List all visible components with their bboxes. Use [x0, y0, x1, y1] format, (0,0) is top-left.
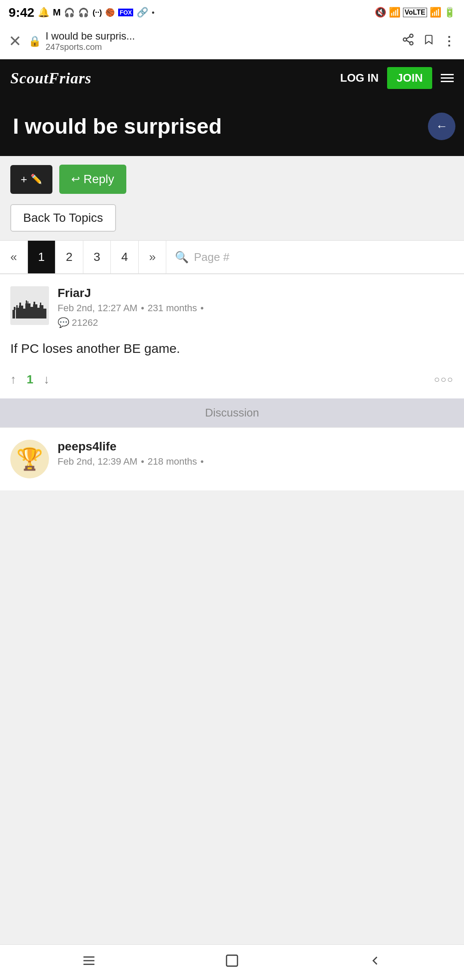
post-2-date: Feb 2nd, 12:39 AM [58, 456, 137, 467]
last-page-button[interactable]: » [139, 241, 167, 273]
site-logo: ScoutFriars [10, 69, 92, 87]
svg-rect-20 [40, 305, 43, 318]
svg-rect-9 [16, 305, 18, 308]
share-icon[interactable] [402, 33, 415, 49]
hamburger-line [441, 81, 454, 82]
relay-icon: (··) [92, 8, 102, 17]
post-2: 🏆 peeps4life Feb 2nd, 12:39 AM • 218 mon… [0, 427, 464, 490]
svg-rect-6 [12, 310, 15, 318]
post-1-meta: FriarJ Feb 2nd, 12:27 AM • 231 months • … [58, 286, 454, 328]
svg-rect-10 [19, 306, 23, 318]
page-2-button[interactable]: 2 [55, 241, 83, 273]
new-post-button[interactable]: + ✏️ [10, 165, 52, 194]
friarj-avatar [10, 286, 49, 325]
downvote-button[interactable]: ↓ [44, 373, 50, 386]
post-2-dot2: • [201, 456, 204, 467]
thread-banner: I would be surprised [0, 97, 464, 156]
vote-count: 1 [27, 373, 34, 386]
browser-actions: ⋮ [402, 33, 455, 49]
status-bar: 9:42 🔔 M 🎧 🎧 (··) 🏀 FOX 🔗 • 🔇 📶 VoLTE 📶 … [0, 0, 464, 23]
signal-icon: 📶 [430, 7, 441, 18]
post-2-dot1: • [141, 456, 144, 467]
back-to-topics-button[interactable]: Back To Topics [10, 204, 116, 232]
post-1-date: Feb 2nd, 12:27 AM [58, 303, 137, 314]
plus-icon: + [21, 173, 27, 186]
bookmark-icon[interactable] [423, 33, 434, 49]
first-page-button[interactable]: « [0, 241, 28, 273]
more-options-icon[interactable]: ⋮ [443, 34, 455, 48]
svg-rect-17 [33, 304, 37, 318]
svg-rect-8 [16, 308, 19, 318]
headphones-icon: 🎧 [64, 7, 75, 18]
post-1: FriarJ Feb 2nd, 12:27 AM • 231 months • … [0, 274, 464, 398]
status-left: 9:42 🔔 M 🎧 🎧 (··) 🏀 FOX 🔗 • [9, 5, 154, 20]
svg-rect-21 [40, 303, 41, 305]
browser-url-text: I would be surpris... 247sports.com [46, 30, 135, 52]
post-2-username: peeps4life [58, 440, 454, 453]
headphones2-icon: 🎧 [78, 7, 89, 18]
browser-close-button[interactable]: ✕ [9, 32, 21, 50]
reply-arrow-icon: ↩ [71, 173, 80, 185]
hamburger-line [441, 74, 454, 75]
nav-actions: LOG IN JOIN [340, 67, 454, 89]
banner-container: I would be surprised ← [0, 97, 464, 156]
back-button[interactable]: ← [428, 113, 455, 140]
back-to-topics-label: Back To Topics [23, 211, 103, 224]
pagination: « 1 2 3 4 » 🔍 Page # [0, 240, 464, 274]
post-more-options-button[interactable]: ○○○ [434, 374, 454, 385]
double-right-chevron-icon: » [149, 250, 156, 264]
svg-rect-16 [30, 307, 34, 318]
double-left-chevron-icon: « [10, 250, 17, 264]
thread-banner-section: I would be surprised ← [0, 97, 464, 156]
svg-point-1 [403, 38, 407, 41]
discussion-divider: Discussion [0, 398, 464, 427]
browser-url-area: 🔒 I would be surpris... 247sports.com [28, 30, 395, 52]
dot-icon: • [152, 8, 154, 17]
thread-title: I would be surprised [13, 114, 451, 139]
page-1-button[interactable]: 1 [28, 241, 56, 273]
page-2-label: 2 [66, 250, 73, 263]
browser-bar: ✕ 🔒 I would be surpris... 247sports.com … [0, 23, 464, 59]
notification-icon: 🔔 [38, 7, 49, 18]
svg-rect-19 [37, 308, 40, 318]
upvote-button[interactable]: ↑ [10, 373, 16, 386]
join-button[interactable]: JOIN [387, 67, 432, 89]
hamburger-menu-button[interactable] [441, 74, 454, 82]
post-1-comment-count: 💬 21262 [58, 317, 454, 328]
svg-line-4 [406, 37, 410, 39]
back-topics-row: Back To Topics [0, 202, 464, 240]
hamburger-line [441, 77, 454, 79]
post-1-header: FriarJ Feb 2nd, 12:27 AM • 231 months • … [10, 286, 454, 328]
svg-rect-12 [23, 309, 26, 318]
page-4-button[interactable]: 4 [111, 241, 139, 273]
peeps-figure-icon: 🏆 [16, 448, 43, 470]
browser-domain: 247sports.com [46, 42, 135, 52]
svg-rect-13 [25, 303, 31, 318]
search-icon: 🔍 [175, 251, 189, 264]
page-search-area[interactable]: 🔍 Page # [166, 251, 464, 264]
fox-sports-icon: FOX [118, 9, 133, 16]
svg-rect-22 [43, 309, 46, 318]
post-2-months: 218 months [148, 456, 197, 467]
link-icon: 🔗 [137, 7, 148, 18]
svg-rect-11 [19, 303, 21, 306]
mute-icon: 🔇 [375, 7, 386, 18]
back-arrow-icon: ← [436, 119, 448, 133]
status-time: 9:42 [9, 5, 34, 20]
reply-button[interactable]: ↩ Reply [59, 165, 126, 194]
discussion-label: Discussion [205, 406, 259, 419]
wifi-icon: 📶 [389, 7, 400, 18]
site-nav: ScoutFriars LOG IN JOIN [0, 59, 464, 97]
post-1-dot1: • [141, 303, 144, 314]
volte-icon: VoLTE [403, 8, 427, 17]
login-button[interactable]: LOG IN [340, 71, 379, 85]
reply-label: Reply [83, 172, 114, 186]
post-1-dot2: • [201, 303, 204, 314]
peeps4life-avatar: 🏆 [10, 440, 49, 478]
post-1-actions: ↑ 1 ↓ ○○○ [10, 368, 454, 386]
mail-icon: M [53, 7, 61, 18]
comment-icon: 💬 [58, 317, 69, 328]
post-1-details: Feb 2nd, 12:27 AM • 231 months • [58, 303, 454, 314]
page-3-button[interactable]: 3 [83, 241, 111, 273]
post-2-details: Feb 2nd, 12:39 AM • 218 months • [58, 456, 454, 467]
